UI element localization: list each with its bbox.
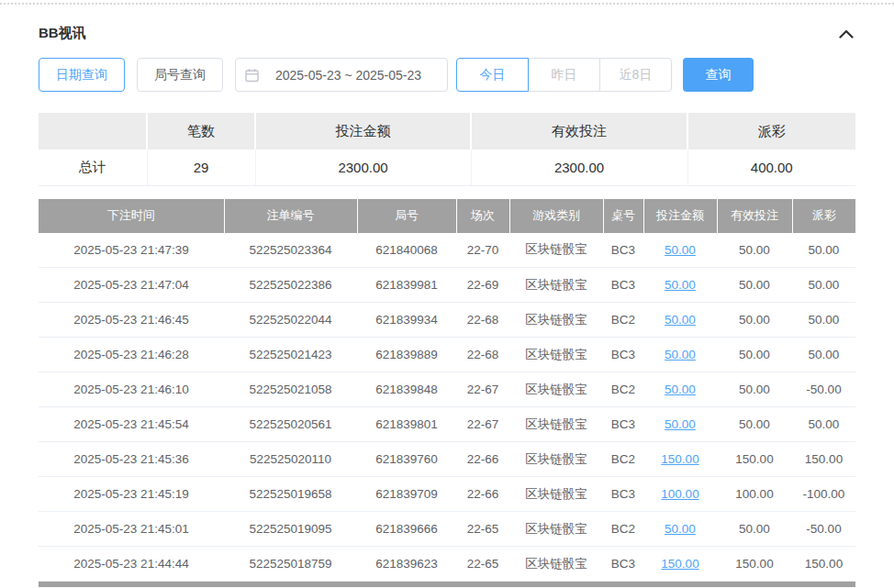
cell-order-no: 522525021058	[224, 372, 357, 407]
cell-order-no: 522525019095	[224, 512, 357, 547]
cell-session: 22-66	[456, 442, 509, 477]
summary-valid-bet-value: 2300.00	[471, 150, 687, 185]
cell-order-no: 522525018759	[224, 547, 357, 582]
cell-bet-time: 2025-05-23 21:45:54	[39, 407, 224, 442]
cell-round-no: 621839801	[357, 407, 456, 442]
cell-bet-amount: 50.00	[643, 338, 717, 372]
quick-button-last-8-days[interactable]: 近8日	[599, 58, 672, 92]
cell-valid-bet: 50.00	[717, 407, 792, 442]
table-row: 2025-05-23 21:45:36 522525020110 6218397…	[39, 442, 855, 477]
bet-amount-link[interactable]: 100.00	[661, 487, 698, 501]
search-button[interactable]: 查询	[683, 58, 754, 92]
summary-table: 笔数 投注金额 有效投注 派彩 总计 29 2300.00 2300.00 40…	[39, 113, 855, 186]
cell-session: 22-69	[456, 268, 509, 303]
bet-table-body: 2025-05-23 21:47:39 522525023364 6218400…	[39, 233, 855, 582]
cell-round-no: 621839666	[357, 512, 456, 547]
table-row: 2025-05-23 21:46:28 522525021423 6218398…	[39, 338, 855, 372]
cell-valid-bet: 50.00	[717, 372, 792, 407]
cell-table-no: BC3	[603, 477, 643, 512]
payout-cell: 150.00	[792, 547, 855, 582]
bet-amount-link[interactable]: 150.00	[661, 557, 698, 571]
cell-valid-bet: 50.00	[717, 233, 792, 268]
quick-button-yesterday[interactable]: 昨日	[528, 58, 600, 92]
cell-bet-time: 2025-05-23 21:45:36	[39, 442, 224, 477]
section-title: BB视讯	[39, 25, 86, 42]
summary-count-value: 29	[147, 150, 255, 185]
cell-round-no: 621839934	[357, 303, 456, 338]
col-header-table-no: 桌号	[603, 199, 643, 233]
cell-valid-bet: 150.00	[717, 547, 792, 582]
table-row: 2025-05-23 21:45:54 522525020561 6218398…	[39, 407, 855, 442]
cell-game-type: 区块链骰宝	[509, 547, 603, 582]
section-header: BB视讯	[39, 25, 855, 42]
collapse-section-button[interactable]	[837, 28, 855, 40]
cell-game-type: 区块链骰宝	[509, 303, 603, 338]
bet-amount-link[interactable]: 50.00	[665, 243, 696, 257]
quick-button-today[interactable]: 今日	[456, 58, 529, 92]
cell-game-type: 区块链骰宝	[509, 407, 603, 442]
bet-table-header-row: 下注时间 注单编号 局号 场次 游戏类别 桌号 投注金额 有效投注 派彩	[39, 199, 855, 233]
table-row: 2025-05-23 21:44:44 522525018759 6218396…	[39, 547, 855, 582]
cell-table-no: BC2	[603, 303, 643, 338]
payout-cell: 150.00	[792, 442, 855, 477]
table-row: 2025-05-23 21:47:04 522525022386 6218399…	[39, 268, 855, 303]
cell-order-no: 522525022044	[224, 303, 357, 338]
summary-header-row: 笔数 投注金额 有效投注 派彩	[39, 113, 855, 150]
cell-bet-amount: 100.00	[643, 477, 717, 512]
table-row: 2025-05-23 21:46:45 522525022044 6218399…	[39, 303, 855, 338]
cell-table-no: BC3	[603, 338, 643, 372]
bet-amount-link[interactable]: 50.00	[665, 417, 696, 431]
col-header-session: 场次	[456, 199, 509, 233]
cell-valid-bet: 50.00	[717, 268, 792, 303]
bet-amount-link[interactable]: 50.00	[665, 278, 696, 292]
cell-valid-bet: 100.00	[717, 477, 792, 512]
payout-cell: -50.00	[792, 512, 855, 547]
table-row: 2025-05-23 21:45:01 522525019095 6218396…	[39, 512, 855, 547]
cell-game-type: 区块链骰宝	[509, 477, 603, 512]
col-header-order-no: 注单编号	[224, 199, 357, 233]
cell-order-no: 522525019658	[224, 477, 357, 512]
date-range-input[interactable]: 2025-05-23 ~ 2025-05-23	[235, 58, 448, 92]
cell-round-no: 621840068	[357, 233, 456, 268]
payout-cell: 50.00	[792, 268, 855, 303]
table-row: 2025-05-23 21:46:10 522525021058 6218398…	[39, 372, 855, 407]
payout-cell: 50.00	[792, 407, 855, 442]
cell-round-no: 621839709	[357, 477, 456, 512]
table-row: 2025-05-23 21:47:39 522525023364 6218400…	[39, 233, 855, 268]
bet-amount-link[interactable]: 50.00	[665, 348, 696, 361]
bet-amount-link[interactable]: 150.00	[661, 452, 698, 466]
cell-session: 22-65	[456, 547, 509, 582]
bet-amount-link[interactable]: 50.00	[665, 313, 696, 327]
bb-video-section: BB视讯 日期查询 局号查询 2025-05-23 ~ 2025-05-23 今…	[0, 25, 894, 587]
top-dotted-divider	[0, 3, 894, 5]
round-query-tab-button[interactable]: 局号查询	[137, 58, 223, 92]
cell-session: 22-68	[456, 303, 509, 338]
cell-valid-bet: 150.00	[717, 442, 792, 477]
payout-cell: 50.00	[792, 303, 855, 338]
bet-amount-link[interactable]: 50.00	[665, 383, 696, 396]
payout-cell: 50.00	[792, 338, 855, 372]
summary-header-valid-bet: 有效投注	[471, 113, 687, 150]
col-header-game-type: 游戏类别	[509, 199, 603, 233]
cell-bet-time: 2025-05-23 21:47:04	[39, 268, 224, 303]
col-header-bet-amount: 投注金额	[643, 199, 717, 233]
cell-table-no: BC3	[603, 407, 643, 442]
date-query-tab-button[interactable]: 日期查询	[39, 58, 125, 92]
cell-bet-amount: 150.00	[643, 442, 717, 477]
cell-bet-time: 2025-05-23 21:47:39	[39, 233, 224, 268]
cell-session: 22-66	[456, 477, 509, 512]
summary-total-row: 总计 29 2300.00 2300.00 400.00	[39, 150, 855, 185]
bet-amount-link[interactable]: 50.00	[665, 522, 696, 536]
cell-bet-time: 2025-05-23 21:46:45	[39, 303, 224, 338]
cell-bet-amount: 50.00	[643, 233, 717, 268]
cell-round-no: 621839760	[357, 442, 456, 477]
summary-payout-value: 400.00	[687, 150, 855, 185]
date-range-value: 2025-05-23 ~ 2025-05-23	[259, 68, 438, 83]
cell-game-type: 区块链骰宝	[509, 268, 603, 303]
cell-session: 22-70	[456, 233, 509, 268]
cell-table-no: BC3	[603, 233, 643, 268]
cell-table-no: BC3	[603, 268, 643, 303]
cell-round-no: 621839889	[357, 338, 456, 372]
payout-cell: 50.00	[792, 233, 855, 268]
cell-game-type: 区块链骰宝	[509, 372, 603, 407]
